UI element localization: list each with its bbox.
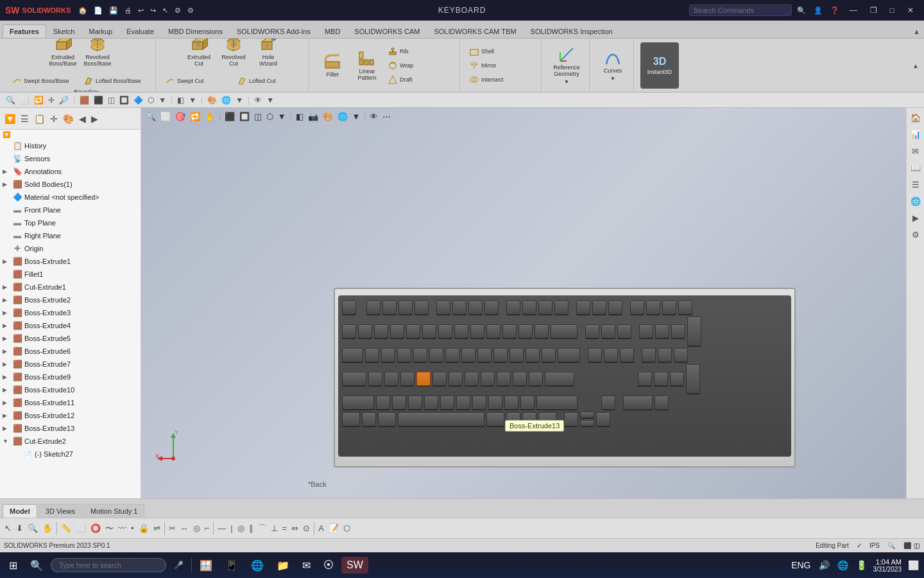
rebuild-btn[interactable]: ⚙ [172,5,184,16]
key-n9[interactable] [671,324,685,338]
vt-zoom-area[interactable]: ⬜ [158,110,173,123]
bt-perp-con[interactable]: ⊥ [269,522,280,534]
start-button[interactable]: ⊞ [4,557,22,574]
filter-btn[interactable]: 🔽 [3,112,17,126]
tab-3dviews[interactable]: 3D Views [38,504,82,518]
intersect-button[interactable]: Intersect [466,73,537,86]
view-orient-btn[interactable]: 🔍 [4,94,17,106]
bt-extend[interactable]: ↔ [178,522,191,534]
rp-globe-btn[interactable]: 🌐 [909,194,923,208]
tray-lang[interactable]: ENG [790,559,812,572]
bt-smart-dim[interactable]: ⬇ [14,522,25,534]
key-ndot[interactable] [654,396,669,410]
key-n-min[interactable] [678,301,692,315]
bt-note[interactable]: 📝 [327,522,341,534]
key-n[interactable] [456,396,470,410]
key-right[interactable] [596,412,610,426]
taskbar-search-input[interactable] [51,558,166,572]
key-ralt[interactable] [486,412,504,426]
revolved-cut-button[interactable]: RevolvedCut [217,39,250,73]
display2-btn[interactable]: ⬛ [92,94,105,106]
swept-bossbas-button[interactable]: Swept Boss/Base [9,74,80,87]
key-comma[interactable] [488,396,502,410]
vt-display1[interactable]: ⬛ [223,110,237,123]
bt-point[interactable]: • [129,522,136,534]
revolved-bossbase-button[interactable]: RevolvedBoss/Base [81,39,114,73]
select-btn[interactable]: ↖ [160,5,171,16]
tab-sketch[interactable]: Sketch [46,24,82,38]
tree-item-boss-extrude2[interactable]: ▶ 🟫 Boss-Extrude2 [0,293,141,306]
rp-gear-btn[interactable]: ⚙ [909,227,923,241]
extruded-bossbas-button[interactable]: ExtrudedBoss/Base [46,39,80,73]
instant3d-button[interactable]: 3D Instant3D [640,42,679,89]
tree-item-fillet1[interactable]: 🟫 Fillet1 [0,268,141,281]
tree-item-boss-extrude3[interactable]: ▶ 🟫 Boss-Extrude3 [0,306,141,319]
key-q[interactable] [365,348,379,362]
vt-display3[interactable]: ◫ [252,110,264,123]
mic-button[interactable]: 🎤 [169,558,189,572]
bt-fillet2[interactable]: ⌐ [203,522,212,534]
key-0[interactable] [502,324,517,338]
key-3[interactable] [390,324,404,338]
key-p[interactable] [509,348,524,362]
ribbon-collapse[interactable]: ▲ [909,25,924,38]
display5-btn[interactable]: 🔷 [132,94,145,106]
rp-book-btn[interactable]: 📖 [909,161,923,175]
minimize-button[interactable]: — [844,4,862,16]
key-f4[interactable] [415,301,429,315]
tree-item-boss-extrude5[interactable]: ▶ 🟫 Boss-Extrude5 [0,332,141,345]
explorer-btn[interactable]: 📁 [271,557,295,574]
bt-sym-con[interactable]: ⇔ [289,522,300,534]
key-n1[interactable] [638,372,652,386]
key-7[interactable] [454,324,468,338]
key-nlk[interactable] [630,301,644,315]
vt-zoom-fit[interactable]: 🎯 [173,110,187,123]
tab-sw-cam-tbm[interactable]: SOLIDWORKS CAM TBM [427,24,523,38]
bt-select[interactable]: ↖ [3,522,13,534]
tree-item-boss-extrude9[interactable]: ▶ 🟫 Boss-Extrude9 [0,371,141,383]
tree-item-sensors[interactable]: 📡 Sensors [0,152,141,165]
hole-wizard-button[interactable]: HoleWizard [252,39,285,73]
zoom-btn[interactable]: 🔎 [57,94,71,106]
vt-rotate[interactable]: 🔁 [188,110,202,123]
section-view-btn[interactable]: ◧ [175,94,186,106]
key-8[interactable] [470,324,484,338]
key-k[interactable] [481,372,495,386]
bt-mirror-sketch[interactable]: ⇌ [151,522,162,534]
restore-button[interactable]: ❐ [865,4,882,16]
key-minus[interactable] [518,324,533,338]
extruded-cut-button[interactable]: ExtrudedCut [182,39,216,73]
tree-item-boss-extrude10[interactable]: ▶ 🟫 Boss-Extrude10 [0,383,141,396]
key-n6[interactable] [674,348,688,362]
key-pgup[interactable] [617,324,631,338]
key-n8[interactable] [655,324,669,338]
key-lctrl[interactable] [342,412,360,426]
key-n7[interactable] [639,324,653,338]
key-semicolon[interactable] [513,372,527,386]
key-w[interactable] [381,348,395,362]
key-rwin[interactable] [506,412,520,426]
key-z[interactable] [376,396,390,410]
display7-btn[interactable]: ▼ [157,94,168,106]
display3-btn[interactable]: ◫ [106,94,117,106]
tree-item-sketch27[interactable]: 📄 (-) Sketch27 [0,448,141,460]
bt-rect[interactable]: ⬜ [74,522,88,534]
key-a[interactable] [368,372,382,386]
vt-hide[interactable]: 👁 [368,110,380,123]
taskbar-clock[interactable]: 1:04 AM 3/31/2023 [873,558,902,573]
vt-disp-mode[interactable]: ▼ [350,110,363,123]
key-pause[interactable] [608,301,622,315]
zoom-all-btn[interactable]: ⬜ [18,94,31,106]
key-del[interactable] [588,348,602,362]
help-icon[interactable]: ❓ [828,5,842,16]
key-t[interactable] [429,348,443,362]
mail-btn[interactable]: ✉ [297,557,316,574]
pan-btn[interactable]: ✛ [46,94,56,106]
tab-model[interactable]: Model [3,504,37,518]
key-f9[interactable] [506,301,520,315]
bt-pan[interactable]: ✋ [40,522,55,534]
appear-btn[interactable]: 🎨 [205,94,219,106]
bt-arc[interactable]: 〜 [103,521,116,536]
rp-play-btn[interactable]: ▶ [909,211,923,225]
key-i[interactable] [477,348,492,362]
